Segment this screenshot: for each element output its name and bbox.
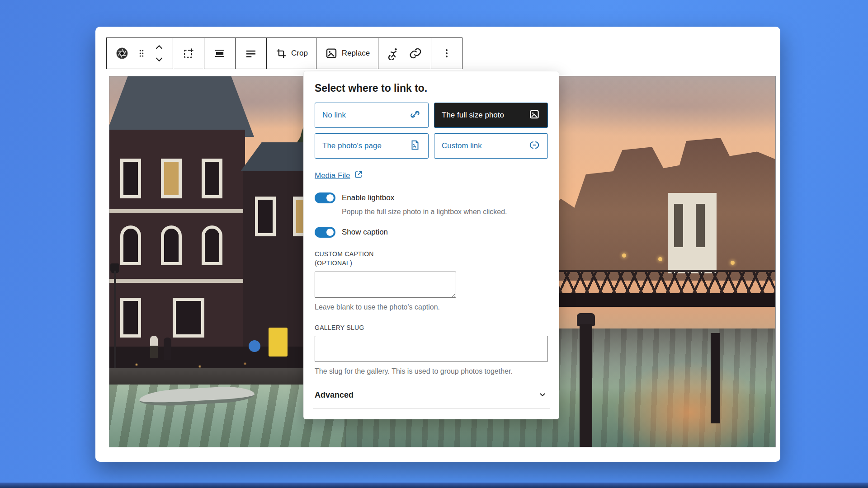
custom-caption-label: CUSTOM CAPTION (OPTIONAL) xyxy=(315,249,392,268)
gallery-slug-input[interactable] xyxy=(315,336,548,362)
block-aperture-icon xyxy=(115,47,129,60)
media-file-label: Media File xyxy=(315,171,350,180)
link-icon xyxy=(409,47,422,60)
link-option-no-link[interactable]: No link xyxy=(315,103,429,128)
crop-icon xyxy=(275,47,288,60)
media-file-link[interactable]: Media File xyxy=(315,169,363,182)
photo-pedestrian xyxy=(150,336,158,358)
replace-button-label: Replace xyxy=(342,49,370,58)
caption-lines-icon xyxy=(244,47,258,60)
enable-lightbox-help: Popup the full size photo in a lightbox … xyxy=(315,208,548,216)
link-option-photos-page[interactable]: The photo's page xyxy=(315,133,429,159)
move-up-button[interactable] xyxy=(150,41,168,53)
move-down-button[interactable] xyxy=(150,53,168,66)
options-menu-icon xyxy=(441,47,453,60)
caption-button[interactable] xyxy=(240,40,262,67)
link-option-label: Custom link xyxy=(442,141,482,150)
drag-handle-icon xyxy=(137,47,146,59)
block-toolbar: Crop Replace xyxy=(106,38,462,69)
page-image-icon xyxy=(409,139,421,153)
photo-yellow-sign xyxy=(269,328,288,357)
popover-title: Select where to link to. xyxy=(315,82,548,94)
custom-caption-input[interactable] xyxy=(315,272,456,298)
advanced-label: Advanced xyxy=(315,390,354,400)
link-option-label: No link xyxy=(322,111,346,120)
bottom-edge-bar xyxy=(0,483,868,488)
crop-button[interactable]: Crop xyxy=(271,40,311,67)
photo-roof xyxy=(109,76,254,137)
alignment-button[interactable] xyxy=(209,40,231,67)
external-link-icon xyxy=(354,169,363,182)
image-icon xyxy=(528,108,540,122)
custom-link-icon xyxy=(528,139,540,153)
chevron-down-icon xyxy=(537,389,548,401)
move-up-icon xyxy=(154,44,164,50)
link-option-label: The photo's page xyxy=(322,141,382,150)
advanced-section-button[interactable]: Advanced xyxy=(315,382,548,408)
gallery-slug-label: GALLERY SLUG xyxy=(315,323,548,332)
select-parent-button[interactable] xyxy=(178,40,199,67)
show-caption-toggle[interactable] xyxy=(315,227,335,238)
align-none-icon xyxy=(213,47,226,60)
move-down-icon xyxy=(154,56,164,63)
crop-button-label: Crop xyxy=(291,49,308,58)
media-file-row: Media File xyxy=(315,169,548,182)
link-off-icon xyxy=(409,108,421,122)
options-menu-button[interactable] xyxy=(436,40,458,67)
custom-caption-help: Leave blank to use the photo's caption. xyxy=(315,303,548,311)
link-option-custom-link[interactable]: Custom link xyxy=(434,133,548,159)
photo-sunset-reflection xyxy=(613,361,766,447)
gallery-slug-help: The slug for the gallery. This is used t… xyxy=(315,367,548,375)
enable-lightbox-label: Enable lightbox xyxy=(342,193,394,202)
accessibility-button[interactable] xyxy=(383,40,405,67)
link-options-grid: No link The full size photo The photo's … xyxy=(315,103,548,159)
photo-mooring-post xyxy=(711,333,720,423)
show-caption-label: Show caption xyxy=(342,228,388,237)
enable-lightbox-toggle[interactable] xyxy=(315,192,335,203)
select-frame-icon xyxy=(182,47,195,60)
show-caption-row: Show caption xyxy=(315,227,548,238)
block-type-button[interactable] xyxy=(111,40,133,67)
photo-footbridge xyxy=(547,270,775,294)
photo-white-house xyxy=(668,193,717,273)
photo-blue-sign xyxy=(249,340,260,352)
link-button[interactable] xyxy=(405,40,426,67)
drag-handle[interactable] xyxy=(133,40,150,67)
replace-button[interactable]: Replace xyxy=(321,40,373,67)
link-option-label: The full size photo xyxy=(442,111,504,120)
enable-lightbox-row: Enable lightbox xyxy=(315,192,548,203)
accessibility-icon xyxy=(387,47,401,60)
photo-pedestrian xyxy=(164,338,171,360)
link-settings-popover: Select where to link to. No link The ful… xyxy=(303,71,559,419)
link-option-full-size-photo[interactable]: The full size photo xyxy=(434,103,548,128)
photo-building-left xyxy=(109,130,245,377)
replace-image-icon xyxy=(325,47,338,60)
advanced-divider-bottom xyxy=(313,408,550,409)
